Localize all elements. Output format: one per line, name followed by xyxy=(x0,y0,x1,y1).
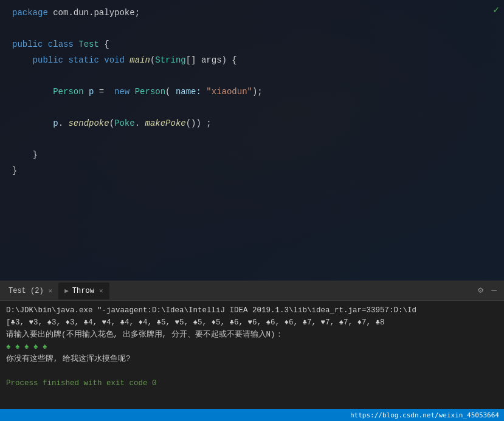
tab-throw-icon: ▶ xyxy=(64,287,69,295)
check-mark-icon: ✓ xyxy=(493,4,499,16)
tab-test2-close[interactable]: ✕ xyxy=(49,287,53,295)
code-line-1: package com.dun.palypoke; xyxy=(0,5,504,21)
console-tabs-bar: Test (2) ✕ ▶ Throw ✕ ⚙ — xyxy=(0,281,504,301)
code-content-9 xyxy=(5,132,17,146)
code-line-3: public class Test { xyxy=(0,36,504,52)
tab-test2[interactable]: Test (2) ✕ xyxy=(2,282,58,299)
code-line-6: Person p = new Person( name: ″xiaodun″); xyxy=(0,84,504,100)
code-line-8: p. sendpoke(Poke. makePoke()) ; xyxy=(0,115,504,131)
code-line-2 xyxy=(0,21,504,36)
code-content-8: p. sendpoke(Poke. makePoke()) ; xyxy=(5,116,212,131)
settings-button[interactable]: ⚙ xyxy=(475,284,485,296)
code-content-3: public class Test { xyxy=(5,37,109,52)
output-cmd-line: D:\JDK\bin\java.exe "-javaagent:D:\Idea\… xyxy=(6,304,498,317)
code-content-5 xyxy=(5,69,17,83)
output-green-line: ♠ ♠ ♠ ♠ ♠ xyxy=(6,341,498,353)
code-line-7 xyxy=(0,100,504,115)
code-line-11: } xyxy=(0,163,504,179)
tab-throw[interactable]: ▶ Throw ✕ xyxy=(58,282,109,299)
tab-throw-label: Throw xyxy=(72,287,94,295)
output-prompt-line: 请输入要出的牌(不用输入花色, 出多张牌用, 分开、要不起或不要请输入N)： xyxy=(6,329,498,341)
console-area: Test (2) ✕ ▶ Throw ✕ ⚙ — D:\JDK\bin\java… xyxy=(0,281,504,421)
code-line-4: public static void main(String[] args) { xyxy=(0,52,504,68)
status-url: https://blog.csdn.net/weixin_45053664 xyxy=(350,411,499,419)
output-blank-line xyxy=(6,365,498,377)
console-output: D:\JDK\bin\java.exe "-javaagent:D:\Idea\… xyxy=(0,301,504,393)
code-content-11: } xyxy=(5,163,17,178)
code-content-6: Person p = new Person( name: ″xiaodun″); xyxy=(5,84,263,99)
output-result-line: 你没有这些牌, 给我这浑水摸鱼呢? xyxy=(6,353,498,365)
tab-test2-label: Test (2) xyxy=(9,287,44,295)
code-content-2 xyxy=(5,21,17,36)
code-content-10: } xyxy=(5,148,38,162)
code-content-4: public static void main(String[] args) { xyxy=(5,53,237,67)
output-process-line: Process finished with exit code 0 xyxy=(6,377,498,389)
code-line-5 xyxy=(0,68,504,84)
code-line-10: } xyxy=(0,147,504,163)
code-editor[interactable]: package com.dun.palypoke; public class T… xyxy=(0,0,504,281)
console-toolbar: ⚙ — xyxy=(475,284,499,296)
status-bar: https://blog.csdn.net/weixin_45053664 xyxy=(0,409,504,421)
editor-area: package com.dun.palypoke; public class T… xyxy=(0,0,504,281)
minimize-button[interactable]: — xyxy=(489,284,499,296)
tab-throw-close[interactable]: ✕ xyxy=(99,287,103,295)
output-array-line: [♣3, ♥3, ♠3, ♦3, ♣4, ♥4, ♣4, ♦4, ♣5, ♥5,… xyxy=(6,317,498,329)
code-content-7 xyxy=(5,100,17,115)
code-content-1: package com.dun.palypoke; xyxy=(5,5,140,20)
code-line-9 xyxy=(0,131,504,147)
